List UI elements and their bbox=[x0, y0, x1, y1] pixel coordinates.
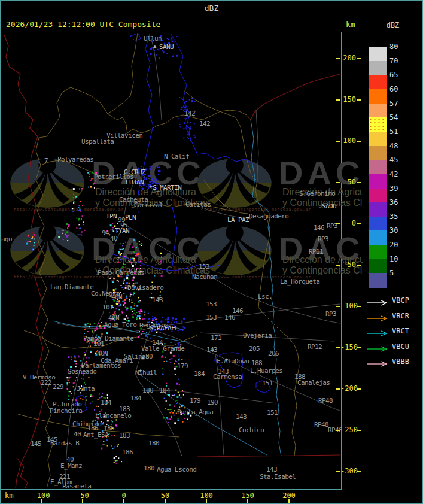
radar-cell bbox=[132, 314, 133, 315]
radar-cell bbox=[130, 294, 132, 295]
radar-cell bbox=[99, 397, 100, 399]
x-axis-tick-label: -50 bbox=[69, 491, 96, 500]
radar-cell bbox=[189, 132, 190, 133]
legend-title: dBZ bbox=[363, 21, 422, 29]
radar-cell bbox=[117, 445, 118, 447]
vector-label: VBCP bbox=[392, 296, 418, 305]
map-place-label: 94 bbox=[102, 229, 109, 237]
radar-cell bbox=[87, 172, 89, 174]
radar-cell bbox=[68, 224, 70, 226]
radar-cell bbox=[84, 230, 86, 231]
radar-cell bbox=[103, 422, 104, 423]
radar-cell bbox=[178, 418, 179, 419]
radar-cell bbox=[167, 38, 168, 39]
radar-cell bbox=[152, 319, 153, 320]
radar-cell bbox=[67, 240, 68, 241]
radar-cell bbox=[84, 354, 86, 356]
radar-cell bbox=[89, 174, 90, 175]
y-axis-tick bbox=[336, 141, 340, 142]
radar-cell bbox=[180, 126, 181, 127]
radar-cell bbox=[151, 282, 153, 283]
radar-cell bbox=[101, 397, 102, 398]
radar-cell bbox=[129, 299, 130, 300]
radar-cell bbox=[174, 368, 176, 370]
radar-cell bbox=[83, 224, 84, 225]
site-marker: ▲ bbox=[141, 354, 145, 360]
outer-border-top bbox=[0, 0, 423, 1]
radar-cell bbox=[79, 208, 80, 210]
radar-cell bbox=[151, 168, 152, 169]
radar-cell bbox=[119, 257, 120, 258]
radar-cell bbox=[168, 39, 169, 40]
radar-cell bbox=[82, 215, 83, 217]
radar-cell bbox=[123, 281, 124, 283]
radar-cell bbox=[151, 181, 153, 182]
radar-cell bbox=[107, 420, 109, 421]
radar-cell bbox=[80, 234, 81, 235]
radar-cell bbox=[66, 235, 67, 236]
radar-cell bbox=[26, 239, 27, 240]
x-axis-tick-label: 100 bbox=[193, 491, 220, 500]
legend-band bbox=[369, 174, 387, 189]
radar-cell bbox=[78, 224, 80, 225]
map-place-label: 222 bbox=[41, 379, 51, 387]
radar-cell bbox=[69, 391, 71, 392]
radar-cell bbox=[96, 327, 98, 328]
radar-cell bbox=[166, 400, 167, 402]
radar-cell bbox=[92, 401, 93, 402]
radar-cell bbox=[178, 359, 180, 361]
map-place-label: 80 bbox=[145, 353, 153, 360]
radar-cell bbox=[92, 331, 93, 332]
radar-cell bbox=[90, 324, 91, 325]
radar-cell bbox=[101, 448, 102, 450]
radar-cell bbox=[85, 324, 87, 326]
radar-cell bbox=[90, 186, 92, 188]
y-axis-tick bbox=[336, 306, 340, 307]
legend-band-label: 45 bbox=[389, 156, 410, 164]
radar-cell bbox=[83, 379, 84, 380]
map-place-label: Agua_Escond bbox=[157, 466, 196, 473]
map-place-label: 143 bbox=[152, 296, 163, 304]
legend-band-label: 30 bbox=[389, 226, 410, 235]
map-place-label: 153 bbox=[199, 263, 209, 271]
map-place-label: RP3 bbox=[318, 235, 328, 243]
radar-cell bbox=[26, 243, 28, 245]
radar-cell bbox=[73, 188, 75, 190]
radar-cell bbox=[126, 315, 127, 317]
map-place-label: Pasarela bbox=[62, 482, 91, 490]
radar-cell bbox=[86, 400, 87, 401]
radar-cell bbox=[82, 205, 83, 206]
legend-band-label: 51 bbox=[389, 127, 410, 136]
radar-cell bbox=[165, 408, 166, 409]
x-axis-tick bbox=[288, 499, 290, 503]
radar-cell bbox=[117, 460, 118, 461]
radar-cell bbox=[78, 218, 80, 220]
radar-cell bbox=[159, 166, 160, 168]
map-place-label: 146 bbox=[314, 224, 324, 232]
radar-cell bbox=[163, 417, 165, 419]
radar-cell bbox=[168, 409, 169, 410]
vector-label: VBCU bbox=[392, 342, 418, 351]
radar-cell bbox=[119, 305, 120, 306]
legend-band-label: 42 bbox=[389, 170, 410, 178]
radar-cell bbox=[124, 279, 125, 280]
radar-cell bbox=[62, 233, 63, 234]
radar-cell bbox=[154, 50, 155, 51]
radar-cell bbox=[183, 318, 185, 320]
radar-cell bbox=[141, 245, 142, 246]
radar-cell bbox=[115, 311, 116, 312]
radar-cell bbox=[147, 189, 148, 190]
radar-cell bbox=[130, 308, 132, 310]
radar-cell bbox=[139, 318, 141, 319]
radar-cell bbox=[125, 256, 126, 257]
radar-cell bbox=[123, 283, 124, 284]
radar-cell bbox=[190, 122, 191, 123]
map-place-label: Cochico bbox=[239, 426, 264, 434]
map-place-label: Pampa_Diamante bbox=[83, 335, 133, 342]
radar-cell bbox=[189, 99, 190, 101]
radar-cell bbox=[179, 329, 181, 330]
radar-cell bbox=[112, 448, 114, 449]
radar-cell bbox=[102, 423, 103, 424]
radar-cell bbox=[132, 280, 134, 281]
radar-cell bbox=[171, 342, 172, 343]
